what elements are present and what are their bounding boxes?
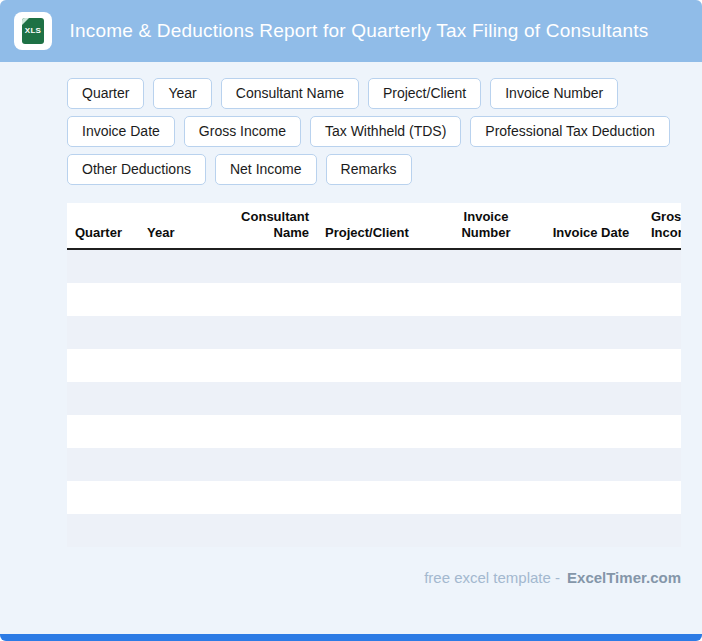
page-title: Income & Deductions Report for Quarterly…: [69, 20, 648, 41]
column-header-quarter: Quarter: [67, 203, 139, 248]
table-row: [67, 283, 681, 316]
chip-professional-tax-deduction[interactable]: Professional Tax Deduction: [470, 116, 669, 147]
report-table-inner: Quarter Year Consultant Name Project/Cli…: [67, 203, 681, 547]
chip-year[interactable]: Year: [153, 78, 211, 109]
column-header-invoice-date: Invoice Date: [539, 203, 643, 248]
column-header-invoice-number: Invoice Number: [433, 203, 539, 248]
header-banner: XLS Income & Deductions Report for Quart…: [0, 0, 702, 62]
table-row: [67, 349, 681, 382]
footer-brand-link[interactable]: ExcelTimer.com: [567, 569, 681, 586]
table-row: [67, 382, 681, 415]
column-header-project-client: Project/Client: [317, 203, 433, 248]
chip-remarks[interactable]: Remarks: [326, 154, 412, 185]
footer-credit: free excel template -ExcelTimer.com: [0, 569, 702, 586]
footer-text: free excel template -: [424, 569, 560, 586]
chip-invoice-number[interactable]: Invoice Number: [490, 78, 618, 109]
xls-icon: XLS: [14, 12, 52, 50]
table-body: [67, 250, 681, 547]
main-content: Quarter Year Consultant Name Project/Cli…: [0, 62, 702, 634]
table-row: [67, 481, 681, 514]
report-table: Quarter Year Consultant Name Project/Cli…: [67, 203, 681, 547]
template-preview-card: XLS Income & Deductions Report for Quart…: [0, 0, 702, 641]
chip-quarter[interactable]: Quarter: [67, 78, 144, 109]
table-header-row: Quarter Year Consultant Name Project/Cli…: [67, 203, 681, 250]
column-header-gross-income: Gross Income: [643, 203, 681, 248]
table-row: [67, 316, 681, 349]
chip-consultant-name[interactable]: Consultant Name: [221, 78, 359, 109]
field-chip-list: Quarter Year Consultant Name Project/Cli…: [67, 78, 688, 185]
page-fold: [22, 18, 29, 25]
chip-invoice-date[interactable]: Invoice Date: [67, 116, 175, 147]
column-header-consultant-name: Consultant Name: [205, 203, 317, 248]
excel-file-glyph: XLS: [22, 18, 44, 44]
bottom-accent-bar: [0, 634, 702, 641]
table-row: [67, 448, 681, 481]
chip-gross-income[interactable]: Gross Income: [184, 116, 301, 147]
table-row: [67, 250, 681, 283]
table-row: [67, 415, 681, 448]
column-header-year: Year: [139, 203, 205, 248]
table-row: [67, 514, 681, 547]
chip-other-deductions[interactable]: Other Deductions: [67, 154, 206, 185]
xls-icon-label: XLS: [25, 27, 41, 35]
chip-net-income[interactable]: Net Income: [215, 154, 317, 185]
chip-project-client[interactable]: Project/Client: [368, 78, 481, 109]
chip-tax-withheld-tds[interactable]: Tax Withheld (TDS): [310, 116, 461, 147]
